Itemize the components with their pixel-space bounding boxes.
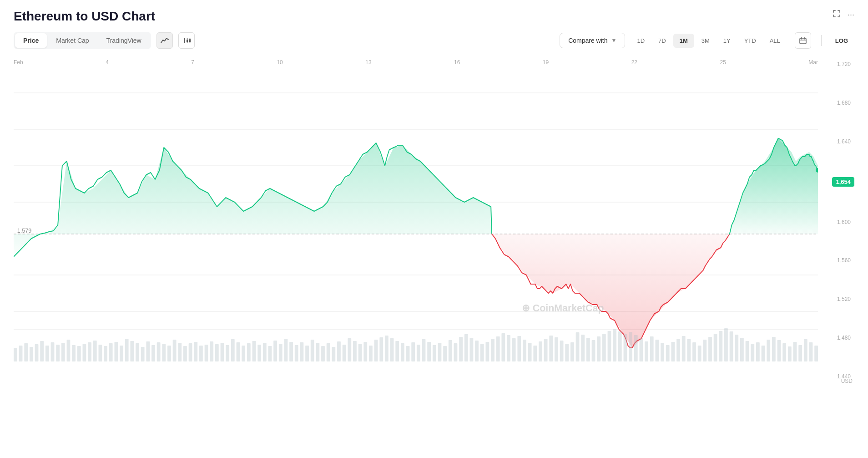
svg-rect-117 [480,344,484,361]
svg-rect-101 [395,341,399,361]
y-label-1680: 1,680 [818,100,854,106]
line-chart-button[interactable] [156,32,173,49]
time-btn-1d[interactable]: 1D [631,34,651,48]
tab-trading-view[interactable]: TradingView [98,33,150,48]
svg-rect-92 [348,338,351,361]
svg-rect-68 [221,343,224,361]
svg-rect-176 [793,342,797,361]
svg-rect-17 [800,38,806,44]
y-label-1520: 1,520 [818,296,854,302]
svg-text:1,579: 1,579 [17,227,32,234]
svg-rect-153 [671,342,675,361]
svg-rect-40 [72,345,76,361]
svg-rect-170 [762,346,765,361]
svg-rect-55 [151,345,155,361]
svg-rect-172 [772,337,776,361]
svg-rect-109 [438,343,442,361]
time-btn-ytd[interactable]: YTD [738,34,762,48]
svg-rect-159 [703,340,707,361]
svg-rect-56 [157,342,161,361]
svg-rect-66 [210,341,213,361]
svg-rect-42 [83,344,86,361]
svg-rect-29 [14,348,17,361]
svg-rect-31 [24,343,28,361]
svg-rect-88 [327,343,330,361]
svg-rect-67 [215,344,219,361]
svg-rect-58 [167,346,171,361]
time-btn-3m[interactable]: 3M [695,34,716,48]
compare-with-button[interactable]: Compare with ▼ [560,33,625,48]
svg-rect-119 [491,339,495,361]
svg-rect-142 [613,329,616,361]
chart-area: ⊕ CoinMarketCap 1,579 1,720 1,680 1,640 … [14,56,854,384]
svg-rect-82 [295,345,298,361]
svg-rect-124 [517,336,521,361]
usd-label: USD [841,378,854,384]
svg-rect-173 [777,340,781,361]
svg-rect-177 [798,345,802,361]
svg-rect-69 [226,345,229,361]
tab-price[interactable]: Price [15,33,47,48]
svg-rect-61 [183,346,187,361]
svg-rect-158 [698,346,701,361]
page-title: Ethereum to USD Chart [14,9,854,24]
svg-rect-110 [443,346,447,361]
more-options-icon[interactable]: ··· [848,10,854,20]
svg-rect-169 [756,342,760,361]
svg-rect-8 [184,39,185,42]
tab-market-cap[interactable]: Market Cap [48,33,97,48]
svg-rect-33 [35,344,39,361]
price-chart: ⊕ CoinMarketCap 1,579 [14,56,818,384]
svg-rect-167 [746,341,749,361]
time-btn-1y[interactable]: 1Y [717,34,737,48]
log-button[interactable]: LOG [829,34,854,48]
svg-rect-118 [485,342,489,361]
svg-rect-14 [189,39,191,42]
svg-rect-163 [724,328,728,361]
expand-icon[interactable] [832,9,841,20]
svg-rect-164 [730,331,733,361]
svg-rect-5 [833,15,834,17]
time-btn-all[interactable]: ALL [763,34,787,48]
svg-rect-35 [45,346,49,361]
svg-rect-54 [146,341,150,361]
svg-rect-90 [337,341,341,361]
svg-rect-83 [300,342,303,361]
svg-rect-7 [839,15,840,17]
svg-rect-76 [263,343,267,361]
svg-rect-65 [205,345,208,361]
svg-rect-134 [570,342,574,361]
svg-rect-116 [475,341,479,361]
svg-rect-60 [178,343,182,361]
svg-rect-179 [809,342,813,361]
calendar-button[interactable] [795,32,811,49]
svg-rect-73 [247,343,251,361]
svg-rect-143 [618,331,622,361]
svg-rect-70 [231,339,235,361]
svg-rect-100 [390,338,394,361]
svg-rect-140 [602,334,606,361]
svg-rect-96 [369,346,373,361]
toolbar: Price Market Cap TradingView [14,32,854,49]
svg-rect-130 [549,336,553,361]
svg-rect-155 [682,336,686,361]
svg-rect-103 [406,346,410,361]
svg-rect-180 [814,346,818,361]
svg-rect-89 [332,347,335,361]
toolbar-divider [821,35,822,46]
svg-rect-162 [719,331,722,361]
svg-rect-48 [114,342,118,361]
svg-rect-37 [56,345,60,361]
svg-rect-30 [19,346,23,361]
svg-rect-39 [67,340,71,361]
candlestick-chart-button[interactable] [178,32,195,49]
chart-type-tabs: Price Market Cap TradingView [14,32,151,49]
svg-rect-84 [305,346,309,361]
svg-rect-74 [252,341,256,361]
svg-rect-75 [257,345,261,361]
time-btn-1m[interactable]: 1M [673,34,694,48]
svg-rect-139 [597,336,601,361]
y-label-1600: 1,600 [818,219,854,225]
time-btn-7d[interactable]: 7D [652,34,672,48]
svg-rect-45 [99,345,102,361]
